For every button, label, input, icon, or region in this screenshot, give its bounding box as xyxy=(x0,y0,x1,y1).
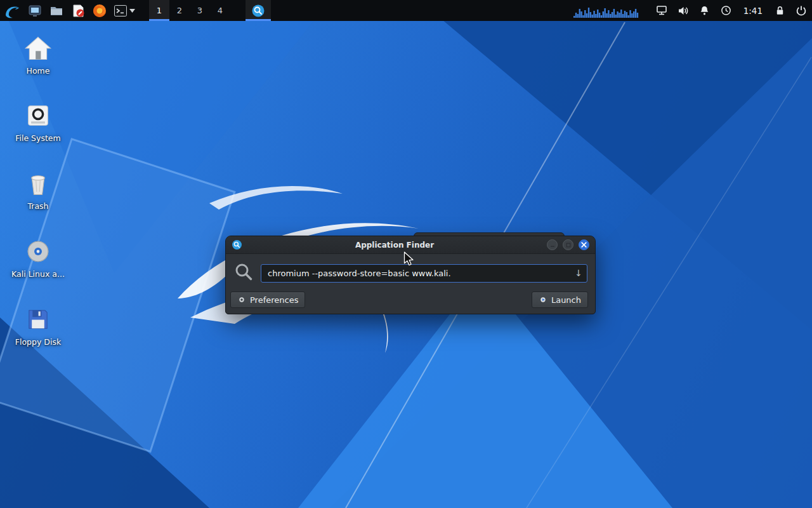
firefox-launcher[interactable] xyxy=(89,0,110,21)
desktop-icon-home[interactable]: Home xyxy=(0,33,76,76)
speaker-icon xyxy=(678,6,689,16)
file-manager-icon xyxy=(27,3,43,18)
terminal-icon xyxy=(113,3,128,18)
chevron-down-icon xyxy=(129,9,135,13)
application-finder-icon xyxy=(251,4,265,18)
home-icon xyxy=(23,33,53,64)
folder-icon xyxy=(49,3,64,18)
minimize-button[interactable] xyxy=(547,239,558,250)
dropdown-arrow-icon[interactable]: ↓ xyxy=(575,268,582,278)
floppy-icon xyxy=(23,304,53,335)
launch-button[interactable]: Launch xyxy=(532,291,588,308)
desktop-icon-label: Home xyxy=(27,66,50,76)
logout-icon xyxy=(796,5,807,17)
close-button[interactable] xyxy=(579,239,589,250)
desktop-icon-label: Floppy Disk xyxy=(15,337,61,347)
clock-indicator[interactable] xyxy=(716,0,737,21)
command-entry: ↓ xyxy=(261,264,587,283)
titlebar[interactable]: Application Finder xyxy=(226,236,595,254)
application-finder-window: Application Finder xyxy=(225,236,596,314)
desktop-icon-floppy[interactable]: Floppy Disk xyxy=(0,304,76,347)
lock-screen-button[interactable] xyxy=(769,0,790,21)
desktop-icon-file-system[interactable]: File System xyxy=(0,100,76,143)
gear-icon xyxy=(237,295,246,304)
maximize-button[interactable] xyxy=(563,239,573,250)
preferences-label: Preferences xyxy=(250,295,298,305)
workspace-1[interactable]: 1 xyxy=(149,0,169,21)
logout-button[interactable] xyxy=(790,0,812,21)
launch-icon xyxy=(539,295,547,304)
text-editor-icon xyxy=(70,3,86,18)
kali-logo-icon xyxy=(4,3,20,19)
bell-icon xyxy=(699,5,710,16)
folder-launcher[interactable] xyxy=(46,0,67,21)
preferences-button[interactable]: Preferences xyxy=(230,291,305,308)
file-manager-launcher[interactable] xyxy=(24,0,46,21)
command-input[interactable] xyxy=(261,264,587,283)
button-row: Preferences Launch xyxy=(226,284,595,308)
cdrom-icon xyxy=(23,236,53,267)
trash-icon xyxy=(23,168,53,199)
notifications-indicator[interactable] xyxy=(694,0,716,21)
firefox-icon xyxy=(92,3,107,18)
taskbar-application-finder[interactable] xyxy=(246,0,271,21)
maximize-icon xyxy=(566,243,571,248)
clock-icon xyxy=(721,5,731,16)
top-panel: 1 2 3 4 xyxy=(0,0,812,21)
launch-label: Launch xyxy=(551,295,581,305)
window-title: Application Finder xyxy=(242,241,547,250)
search-row: ↓ xyxy=(226,254,595,284)
minimize-icon xyxy=(550,243,555,248)
display-indicator[interactable] xyxy=(651,0,672,21)
cpu-graph-bars xyxy=(573,5,639,18)
workspace-2[interactable]: 2 xyxy=(169,0,190,21)
display-icon xyxy=(656,5,667,16)
search-icon xyxy=(234,262,253,284)
lock-icon xyxy=(775,5,785,16)
cpu-graph[interactable] xyxy=(573,4,639,18)
workspace-3[interactable]: 3 xyxy=(190,0,210,21)
desktop-icon-label: Kali Linux a... xyxy=(11,269,65,279)
file-system-icon xyxy=(23,100,53,131)
desktop-icon-trash[interactable]: Trash xyxy=(0,168,76,211)
clock[interactable]: 1:41 xyxy=(743,6,763,16)
applications-menu-button[interactable] xyxy=(0,0,24,21)
desktop-icon-label: Trash xyxy=(27,201,48,211)
desktop-icon-label: File System xyxy=(15,133,61,143)
close-icon xyxy=(581,242,587,248)
text-editor-launcher[interactable] xyxy=(67,0,89,21)
terminal-launcher[interactable] xyxy=(110,0,138,21)
workspace-4[interactable]: 4 xyxy=(210,0,230,21)
application-finder-icon xyxy=(232,239,242,250)
desktop-icon-kali-cd[interactable]: Kali Linux a... xyxy=(0,236,76,279)
window-buttons xyxy=(547,239,589,250)
workspace-switcher: 1 2 3 4 xyxy=(149,0,230,21)
volume-indicator[interactable] xyxy=(672,0,694,21)
